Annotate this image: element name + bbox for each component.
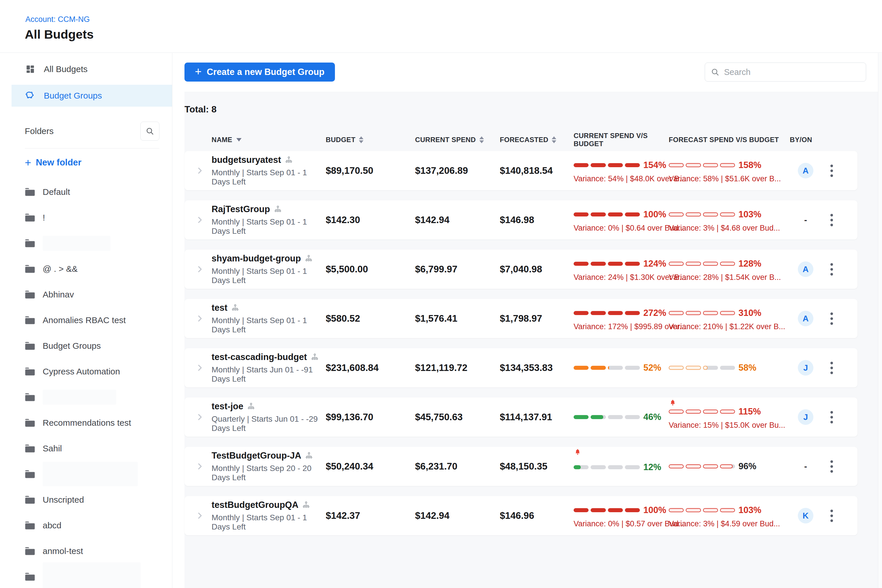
row-expand-chevron[interactable] <box>189 299 205 338</box>
kebab-menu-icon[interactable] <box>828 211 836 229</box>
folder-item[interactable] <box>12 461 172 487</box>
kebab-menu-icon[interactable] <box>828 507 836 525</box>
column-header-current-spend[interactable]: CURRENT SPEND <box>406 136 493 144</box>
progress-bar <box>669 464 735 468</box>
folder-search-button[interactable] <box>140 122 159 141</box>
folder-icon <box>25 367 35 376</box>
sidebar-item-all-budgets[interactable]: All Budgets <box>12 60 172 78</box>
forecast-vs-budget-cell: 103%Variance: 3% | $4.59 over Bud... <box>669 496 790 535</box>
owner-avatar[interactable]: K <box>798 508 813 524</box>
forecasted-value: $134,353.83 <box>493 348 574 387</box>
column-header-forecasted[interactable]: FORECASTED <box>493 136 574 144</box>
folder-item[interactable]: Sahil <box>12 435 172 461</box>
search-box[interactable] <box>705 63 866 82</box>
create-budget-group-button[interactable]: + Create a new Budget Group <box>184 63 335 82</box>
budget-group-name[interactable]: testBudgetGroupQA <box>212 500 298 510</box>
progress-bar <box>574 508 640 512</box>
owner-avatar[interactable]: A <box>798 311 813 326</box>
budget-group-name[interactable]: test <box>212 303 227 313</box>
folder-icon <box>25 521 35 530</box>
forecast-bar-group: 96% <box>669 447 756 486</box>
folder-name: abcd <box>43 520 62 530</box>
owner-avatar[interactable]: J <box>798 360 813 376</box>
budget-group-row: testBudgetGroupQA Monthly | Starts Sep 0… <box>184 496 858 535</box>
folder-name: Abhinav <box>43 290 74 300</box>
budget-group-name[interactable]: test-joe <box>212 401 243 412</box>
forecasted-value: $146.96 <box>493 496 574 535</box>
owner-avatar[interactable]: J <box>798 409 813 425</box>
by-on-dash: - <box>804 215 807 225</box>
folder-item[interactable]: Anomalies RBAC test <box>12 307 172 333</box>
row-expand-chevron[interactable] <box>189 200 205 240</box>
row-expand-chevron[interactable] <box>189 398 205 436</box>
owner-avatar[interactable]: A <box>798 163 813 178</box>
forecast-vs-budget-cell: 115%Variance: 15% | $15.0K over Bu... <box>669 398 790 436</box>
current-spend-value: $142.94 <box>406 496 493 535</box>
search-input[interactable] <box>724 68 860 77</box>
sort-desc-icon <box>236 138 242 141</box>
budget-value: $580.52 <box>326 299 406 338</box>
by-on-cell: J <box>790 348 822 387</box>
folder-item[interactable]: @ . > && <box>12 256 172 282</box>
row-expand-chevron[interactable] <box>189 250 205 289</box>
column-header-name[interactable]: NAME <box>205 136 326 144</box>
row-expand-chevron[interactable] <box>189 496 205 535</box>
name-cell: RajTestGroup Monthly | Starts Sep 01 - 1… <box>205 200 326 240</box>
by-on-dash: - <box>804 462 807 471</box>
folder-item[interactable] <box>12 230 172 256</box>
account-breadcrumb-link[interactable]: Account: CCM-NG <box>26 15 90 24</box>
folder-item[interactable] <box>12 384 172 410</box>
column-header-budget[interactable]: BUDGET <box>326 136 406 144</box>
folder-icon <box>25 265 35 273</box>
forecast-vs-budget-cell: 158%Variance: 58% | $51.6K over B... <box>669 151 790 190</box>
forecast-variance-text: Variance: 210% | $1.22K over B... <box>669 322 785 331</box>
current-percentage: 12% <box>644 462 661 472</box>
row-expand-chevron[interactable] <box>189 151 205 190</box>
folder-item[interactable]: Unscripted <box>12 487 172 513</box>
current-variance-text: Variance: 0% | $0.64 over Bud... <box>574 224 685 232</box>
budget-group-name[interactable]: budgetsuryatest <box>212 155 281 165</box>
new-folder-button[interactable]: + New folder <box>25 157 172 168</box>
folder-name: @ . > && <box>43 264 78 274</box>
folder-item[interactable]: Budget Groups <box>12 333 172 358</box>
kebab-menu-icon[interactable] <box>828 408 836 426</box>
forecasted-value: $140,818.54 <box>493 151 574 190</box>
kebab-menu-icon[interactable] <box>828 310 836 328</box>
kebab-menu-icon[interactable] <box>828 458 836 476</box>
kebab-menu-icon[interactable] <box>828 359 836 377</box>
row-actions-cell <box>822 447 842 486</box>
budget-group-name[interactable]: TestBudgetGroup-JA <box>212 450 301 461</box>
row-expand-chevron[interactable] <box>189 348 205 387</box>
budget-group-row: shyam-budget-group Monthly | Starts Sep … <box>184 250 858 289</box>
budget-group-name[interactable]: RajTestGroup <box>212 204 270 214</box>
folder-item[interactable]: ! <box>12 205 172 230</box>
folder-name: Budget Groups <box>43 341 101 351</box>
current-spend-value: $137,206.89 <box>406 151 493 190</box>
sidebar-item-label: All Budgets <box>44 64 88 74</box>
vertical-scrollbar[interactable] <box>878 53 882 588</box>
row-expand-chevron[interactable] <box>189 447 205 486</box>
folder-item[interactable]: Cypress Automation <box>12 358 172 384</box>
folder-item[interactable] <box>12 564 172 588</box>
folder-item[interactable]: abcd <box>12 513 172 538</box>
alert-bell-icon <box>669 399 676 406</box>
sidebar-item-budget-groups[interactable]: Budget Groups <box>12 85 172 106</box>
progress-bar <box>669 163 735 167</box>
owner-avatar[interactable]: A <box>798 261 813 277</box>
folder-name-redacted <box>43 462 138 486</box>
folders-label: Folders <box>25 126 140 136</box>
folder-item[interactable]: Default <box>12 179 172 205</box>
budget-group-name[interactable]: shyam-budget-group <box>212 254 301 264</box>
current-percentage: 154% <box>644 160 666 170</box>
kebab-menu-icon[interactable] <box>828 260 836 278</box>
kebab-menu-icon[interactable] <box>828 162 836 180</box>
folder-item[interactable]: Abhinav <box>12 282 172 307</box>
folder-item[interactable]: anmol-test <box>12 538 172 564</box>
budget-group-name[interactable]: test-cascading-budget <box>212 352 307 362</box>
current-bar-group: 46% <box>574 398 661 436</box>
forecast-vs-budget-cell: 128%Variance: 28% | $1.54K over B... <box>669 250 790 289</box>
folder-icon <box>25 316 35 324</box>
folder-item[interactable]: Recommendations test <box>12 410 172 435</box>
search-icon <box>711 68 719 76</box>
table-header-row: NAME BUDGET CURRENT SPEND FORECASTED CUR… <box>184 133 882 147</box>
